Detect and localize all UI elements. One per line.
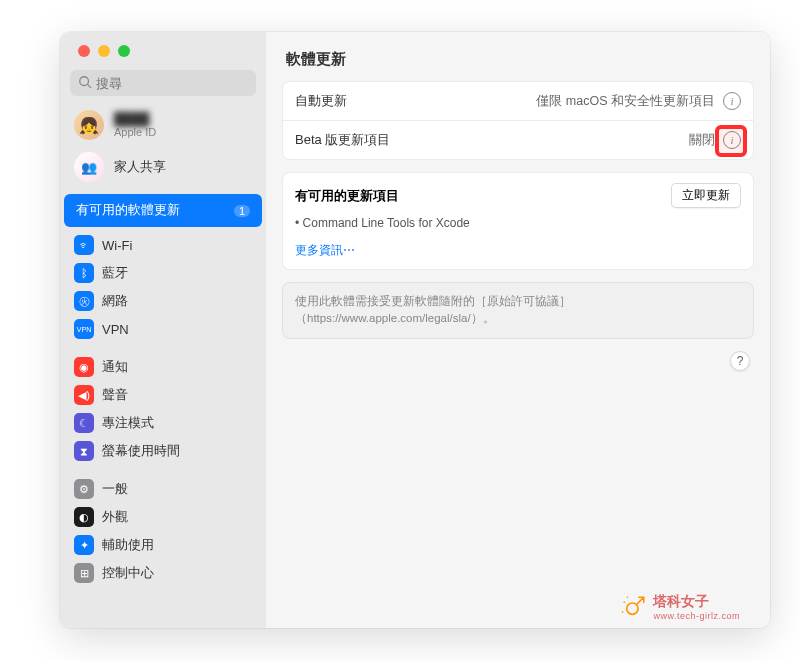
sidebar-item-vpn[interactable]: VPNVPN [64,315,262,343]
apple-id-row[interactable]: 👧 ████ Apple ID [60,104,266,146]
nav-label: 一般 [102,480,128,498]
sidebar-item-focus[interactable]: ☾專注模式 [64,409,262,437]
close-button[interactable] [78,45,90,57]
family-icon: 👥 [74,152,104,182]
nav-label: 螢幕使用時間 [102,442,180,460]
family-sharing-row[interactable]: 👥 家人共享 [60,146,266,188]
sidebar-item-appear[interactable]: ◐外觀 [64,503,262,531]
window-controls [60,32,266,70]
search-icon [78,75,92,93]
svg-point-2 [627,603,638,614]
appear-icon: ◐ [74,507,94,527]
sidebar-item-net[interactable]: ㊋網路 [64,287,262,315]
help-button[interactable]: ? [730,351,750,371]
watermark-url: www.tech-girlz.com [653,611,740,621]
svg-point-0 [80,77,89,86]
update-now-button[interactable]: 立即更新 [671,183,741,208]
page-title: 軟體更新 [266,32,770,81]
nav-label: VPN [102,322,129,337]
software-update-label: 有可用的軟體更新 [76,202,180,219]
info-icon[interactable]: i [723,92,741,110]
nav-label: 通知 [102,358,128,376]
watermark-icon [621,594,647,620]
sidebar-item-gen[interactable]: ⚙一般 [64,475,262,503]
more-info-link[interactable]: 更多資訊⋯ [295,238,741,259]
sidebar-item-ctrl[interactable]: ⊞控制中心 [64,559,262,587]
sidebar: 👧 ████ Apple ID 👥 家人共享 有可用的軟體更新 1 ᯤWi-Fi… [60,32,266,628]
nav-label: 網路 [102,292,128,310]
sound-icon: ◀) [74,385,94,405]
vpn-icon: VPN [74,319,94,339]
sidebar-item-wifi[interactable]: ᯤWi-Fi [64,231,262,259]
auto-update-label: 自動更新 [295,92,347,110]
account-sub: Apple ID [114,126,156,138]
sidebar-item-software-update[interactable]: 有可用的軟體更新 1 [64,194,262,227]
sidebar-item-bt[interactable]: ᛒ藍牙 [64,259,262,287]
settings-window: 👧 ████ Apple ID 👥 家人共享 有可用的軟體更新 1 ᯤWi-Fi… [60,32,770,628]
sidebar-item-screen[interactable]: ⧗螢幕使用時間 [64,437,262,465]
nav-list: ᯤWi-Fiᛒ藍牙㊋網路VPNVPN◉通知◀)聲音☾專注模式⧗螢幕使用時間⚙一般… [60,227,266,628]
notif-icon: ◉ [74,357,94,377]
search-container [60,70,266,104]
nav-label: Wi-Fi [102,238,132,253]
ctrl-icon: ⊞ [74,563,94,583]
watermark-brand: 塔科女子 [653,593,740,611]
beta-update-value: 關閉 [689,132,715,149]
wifi-icon: ᯤ [74,235,94,255]
beta-update-row[interactable]: Beta 版更新項目 關閉 i [283,120,753,159]
gen-icon: ⚙ [74,479,94,499]
beta-update-label: Beta 版更新項目 [295,131,390,149]
nav-label: 控制中心 [102,564,154,582]
maximize-button[interactable] [118,45,130,57]
available-title: 有可用的更新項目 [295,187,399,205]
nav-label: 輔助使用 [102,536,154,554]
nav-label: 藍牙 [102,264,128,282]
nav-label: 專注模式 [102,414,154,432]
minimize-button[interactable] [98,45,110,57]
auto-update-row[interactable]: 自動更新 僅限 macOS 和安全性更新項目 i [283,82,753,120]
license-text: 使用此軟體需接受更新軟體隨附的［原始許可協議］（https://www.appl… [282,282,754,339]
account-name: ████ [114,112,156,126]
update-count-badge: 1 [234,205,250,217]
sidebar-item-sound[interactable]: ◀)聲音 [64,381,262,409]
screen-icon: ⧗ [74,441,94,461]
svg-point-5 [622,611,624,613]
bt-icon: ᛒ [74,263,94,283]
update-settings-panel: 自動更新 僅限 macOS 和安全性更新項目 i Beta 版更新項目 關閉 i [282,81,754,160]
svg-point-4 [627,596,629,598]
focus-icon: ☾ [74,413,94,433]
auto-update-value: 僅限 macOS 和安全性更新項目 [536,93,715,110]
family-label: 家人共享 [114,159,166,176]
available-updates-panel: 有可用的更新項目 立即更新 • Command Line Tools for X… [282,172,754,270]
nav-label: 外觀 [102,508,128,526]
watermark: 塔科女子 www.tech-girlz.com [621,593,740,621]
main-content: 軟體更新 自動更新 僅限 macOS 和安全性更新項目 i Beta 版更新項目… [266,32,770,628]
search-input[interactable] [70,70,256,96]
svg-point-3 [624,601,626,603]
svg-line-1 [88,85,92,89]
nav-label: 聲音 [102,386,128,404]
update-item: • Command Line Tools for Xcode [295,214,741,238]
access-icon: ✦ [74,535,94,555]
info-icon[interactable]: i [723,131,741,149]
sidebar-item-notif[interactable]: ◉通知 [64,353,262,381]
sidebar-item-access[interactable]: ✦輔助使用 [64,531,262,559]
net-icon: ㊋ [74,291,94,311]
avatar: 👧 [74,110,104,140]
